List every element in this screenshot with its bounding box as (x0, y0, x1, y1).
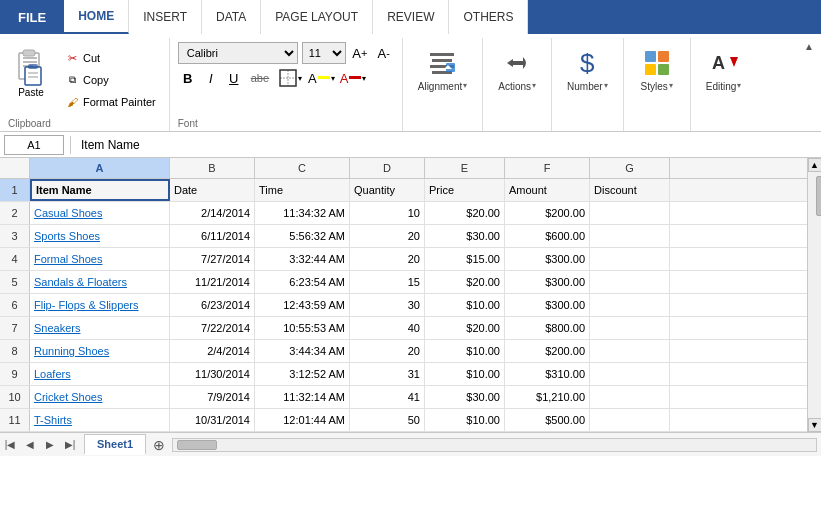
cell-g7[interactable] (590, 317, 670, 339)
cell-b8[interactable]: 2/4/2014 (170, 340, 255, 362)
col-header-d[interactable]: D (350, 158, 425, 178)
horizontal-scrollbar[interactable] (172, 438, 817, 452)
cell-g3[interactable] (590, 225, 670, 247)
cell-e6[interactable]: $10.00 (425, 294, 505, 316)
file-tab[interactable]: FILE (0, 0, 64, 34)
sheet-prev-button[interactable]: ◀ (21, 436, 39, 454)
number-button[interactable]: $ Number ▾ (560, 42, 615, 97)
cell-b4[interactable]: 7/27/2014 (170, 248, 255, 270)
cell-g1[interactable]: Discount (590, 179, 670, 201)
cell-e11[interactable]: $10.00 (425, 409, 505, 431)
row-num-7[interactable]: 7 (0, 317, 30, 339)
cell-c10[interactable]: 11:32:14 AM (255, 386, 350, 408)
cell-a9[interactable]: Loafers (30, 363, 170, 385)
styles-button[interactable]: Styles ▾ (632, 42, 682, 97)
underline-button[interactable]: U (224, 67, 244, 89)
cell-e9[interactable]: $10.00 (425, 363, 505, 385)
cell-e7[interactable]: $20.00 (425, 317, 505, 339)
cell-f9[interactable]: $310.00 (505, 363, 590, 385)
cell-f8[interactable]: $200.00 (505, 340, 590, 362)
cell-g9[interactable] (590, 363, 670, 385)
cell-g11[interactable] (590, 409, 670, 431)
row-num-4[interactable]: 4 (0, 248, 30, 270)
cell-g8[interactable] (590, 340, 670, 362)
cell-b5[interactable]: 11/21/2014 (170, 271, 255, 293)
font-size-select[interactable]: 11 (302, 42, 346, 64)
h-scroll-thumb[interactable] (177, 440, 217, 450)
scroll-thumb[interactable] (816, 176, 822, 216)
cell-a3[interactable]: Sports Shoes (30, 225, 170, 247)
col-header-b[interactable]: B (170, 158, 255, 178)
cell-f11[interactable]: $500.00 (505, 409, 590, 431)
cell-a8[interactable]: Running Shoes (30, 340, 170, 362)
cell-d8[interactable]: 20 (350, 340, 425, 362)
cell-b2[interactable]: 2/14/2014 (170, 202, 255, 224)
cell-b9[interactable]: 11/30/2014 (170, 363, 255, 385)
font-increase-button[interactable]: A+ (350, 42, 370, 64)
row-num-6[interactable]: 6 (0, 294, 30, 316)
cell-c8[interactable]: 3:44:34 AM (255, 340, 350, 362)
tab-insert[interactable]: INSERT (129, 0, 202, 34)
cell-a4[interactable]: Formal Shoes (30, 248, 170, 270)
actions-button[interactable]: Actions ▾ (491, 42, 543, 97)
cell-d5[interactable]: 15 (350, 271, 425, 293)
add-sheet-button[interactable]: ⊕ (150, 436, 168, 454)
cell-d10[interactable]: 41 (350, 386, 425, 408)
col-header-a[interactable]: A (30, 158, 170, 178)
row-num-9[interactable]: 9 (0, 363, 30, 385)
sheet-last-button[interactable]: ▶| (61, 436, 79, 454)
font-decrease-button[interactable]: A- (374, 42, 394, 64)
cell-a7[interactable]: Sneakers (30, 317, 170, 339)
cell-g2[interactable] (590, 202, 670, 224)
cell-b3[interactable]: 6/11/2014 (170, 225, 255, 247)
cut-button[interactable]: ✂ Cut (60, 48, 161, 68)
row-num-8[interactable]: 8 (0, 340, 30, 362)
cell-e8[interactable]: $10.00 (425, 340, 505, 362)
cell-e4[interactable]: $15.00 (425, 248, 505, 270)
cell-e10[interactable]: $30.00 (425, 386, 505, 408)
cell-b1[interactable]: Date (170, 179, 255, 201)
cell-f4[interactable]: $300.00 (505, 248, 590, 270)
cell-g4[interactable] (590, 248, 670, 270)
cell-c2[interactable]: 11:34:32 AM (255, 202, 350, 224)
cell-d4[interactable]: 20 (350, 248, 425, 270)
font-color-button[interactable]: A ▾ (339, 67, 368, 89)
row-num-2[interactable]: 2 (0, 202, 30, 224)
formula-input[interactable] (77, 135, 817, 155)
cell-c1[interactable]: Time (255, 179, 350, 201)
row-num-10[interactable]: 10 (0, 386, 30, 408)
cell-e5[interactable]: $20.00 (425, 271, 505, 293)
cell-b10[interactable]: 7/9/2014 (170, 386, 255, 408)
alignment-button[interactable]: Alignment ▾ (411, 42, 474, 97)
cell-reference-input[interactable] (4, 135, 64, 155)
cell-f6[interactable]: $300.00 (505, 294, 590, 316)
cell-d6[interactable]: 30 (350, 294, 425, 316)
editing-button[interactable]: A Editing ▾ (699, 42, 749, 97)
cell-a6[interactable]: Flip- Flops & Slippers (30, 294, 170, 316)
cell-g10[interactable] (590, 386, 670, 408)
cell-e2[interactable]: $20.00 (425, 202, 505, 224)
sheet-tab-1[interactable]: Sheet1 (84, 434, 146, 455)
tab-review[interactable]: REVIEW (373, 0, 449, 34)
sheet-first-button[interactable]: |◀ (1, 436, 19, 454)
cell-a11[interactable]: T-Shirts (30, 409, 170, 431)
cell-a5[interactable]: Sandals & Floaters (30, 271, 170, 293)
row-num-5[interactable]: 5 (0, 271, 30, 293)
col-header-c[interactable]: C (255, 158, 350, 178)
sheet-next-button[interactable]: ▶ (41, 436, 59, 454)
scroll-down-button[interactable]: ▼ (808, 418, 822, 432)
fill-color-button[interactable]: A ▾ (307, 67, 336, 89)
cell-d7[interactable]: 40 (350, 317, 425, 339)
paste-button[interactable]: Paste (8, 42, 54, 103)
cell-c7[interactable]: 10:55:53 AM (255, 317, 350, 339)
tab-others[interactable]: OTHERS (449, 0, 528, 34)
cell-d2[interactable]: 10 (350, 202, 425, 224)
cell-e3[interactable]: $30.00 (425, 225, 505, 247)
cell-d9[interactable]: 31 (350, 363, 425, 385)
cell-f2[interactable]: $200.00 (505, 202, 590, 224)
cell-c4[interactable]: 3:32:44 AM (255, 248, 350, 270)
scroll-up-button[interactable]: ▲ (808, 158, 822, 172)
format-painter-button[interactable]: 🖌 Format Painter (60, 92, 161, 112)
border-button[interactable]: ▾ (276, 67, 304, 89)
cell-d1[interactable]: Quantity (350, 179, 425, 201)
